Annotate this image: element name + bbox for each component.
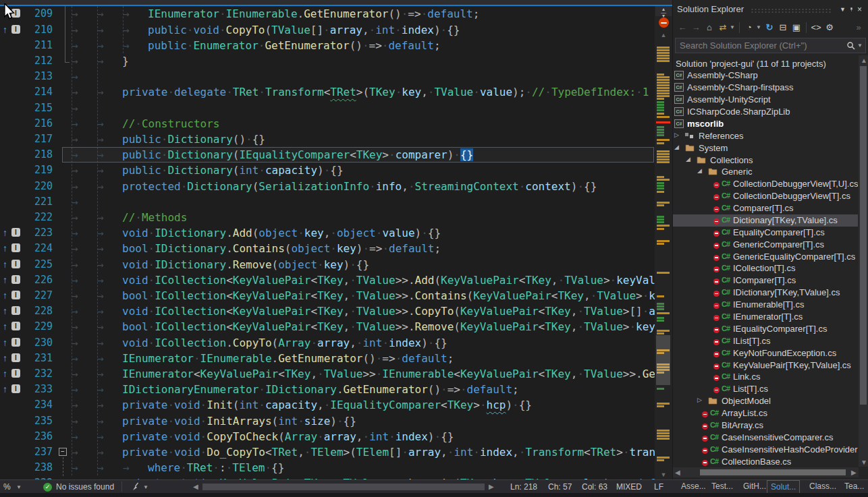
solution-explorer-titlebar[interactable]: Solution Explorer ▼ × — [673, 0, 868, 18]
line-number[interactable]: 221 — [23, 194, 53, 210]
code-line[interactable]: 211→→→public·Enumerator·GetEnumerator()·… — [0, 38, 655, 53]
pin-icon[interactable] — [848, 5, 855, 14]
line-number[interactable]: 210 — [23, 22, 53, 38]
tree-scroll-up[interactable]: ▲ — [861, 57, 867, 64]
navigate-back-icon[interactable]: ← — [676, 22, 689, 32]
tree-item-file[interactable]: C#CollectionDebuggerView[T,U].cs — [673, 178, 858, 190]
pending-changes-filter-dropdown-caret[interactable]: ▼ — [756, 24, 763, 30]
pending-changes-filter-icon[interactable]: ◔ — [742, 22, 756, 32]
properties-icon[interactable]: ⚙ — [823, 22, 836, 32]
search-options-caret[interactable]: ▼ — [857, 42, 865, 49]
tree-item-file[interactable]: C#CollectionDebuggerView[T].cs — [673, 190, 858, 202]
panel-tab-asse[interactable]: Asse... — [678, 480, 709, 494]
code-line[interactable]: 238→→→where·TRet·:·TElem·{} — [0, 460, 655, 475]
refresh-icon[interactable]: ↻ — [763, 22, 776, 32]
line-number[interactable]: 230 — [23, 335, 53, 351]
implements-interface-icon[interactable]: ↑I — [3, 290, 23, 301]
line-number[interactable]: 236 — [23, 429, 53, 444]
tree-scroll-down[interactable]: ▼ — [861, 459, 867, 466]
code-line[interactable]: 217→→public·Dictionary()·{} — [0, 131, 655, 147]
code-line[interactable]: 213→ — [0, 69, 655, 84]
sync-with-active-document-icon[interactable]: ⇄ — [716, 22, 730, 32]
tree-vertical-scrollbar[interactable]: ▲ ▼ — [859, 55, 868, 467]
tree-item-file[interactable]: C#GenericEqualityComparer[T].cs — [673, 251, 858, 263]
line-number[interactable]: 229 — [23, 319, 53, 334]
line-number[interactable]: 228 — [23, 303, 53, 319]
tree-item-file[interactable]: C#IDictionary[TKey,TValue].cs — [673, 287, 858, 299]
scroll-up-arrow[interactable]: ▲ — [655, 32, 672, 38]
tree-scroll-left[interactable]: ◀ — [675, 469, 680, 476]
panel-tab-solut[interactable]: Solut... — [767, 480, 800, 494]
collapse-all-icon[interactable]: ⊟ — [776, 22, 790, 32]
cleanup-dropdown-caret[interactable]: ▼ — [143, 484, 148, 490]
implements-interface-icon[interactable]: ↑I — [3, 305, 23, 316]
show-all-files-icon[interactable]: ▣ — [790, 22, 803, 32]
code-line[interactable]: ↑I224→→bool·IDictionary.Contains(object·… — [0, 241, 655, 256]
code-line[interactable]: 215→ — [0, 100, 655, 116]
collapse-arrow-icon[interactable]: ◢ — [674, 144, 679, 150]
tree-item-file[interactable]: C#ArrayList.cs — [673, 407, 858, 419]
code-line[interactable]: 220→→protected·Dictionary(SerializationI… — [0, 179, 655, 194]
tree-item-file[interactable]: C#Dictionary[TKey,TValue].cs — [673, 214, 858, 227]
implements-interface-icon[interactable]: ↑I — [3, 243, 23, 254]
tree-item-file[interactable]: C#IEqualityComparer[T].cs — [673, 323, 858, 335]
code-line[interactable]: 236→→private·void·CopyToCheck(Array·arra… — [0, 429, 655, 444]
line-number[interactable]: 237 — [23, 444, 53, 460]
window-position-icon[interactable]: ▼ — [838, 6, 848, 13]
line-ending-indicator[interactable]: LF — [654, 482, 663, 492]
tree-item-file[interactable]: C#CollectionBase.cs — [673, 456, 858, 467]
tree-item-file[interactable]: C#IComparer[T].cs — [673, 274, 858, 287]
tree-item-folder[interactable]: ◢Collections — [673, 154, 858, 167]
scroll-down-arrow[interactable]: ▼ — [655, 471, 672, 478]
tree-item-folder[interactable]: ◢Generic — [673, 166, 858, 178]
navigate-forward-icon[interactable]: → — [689, 22, 703, 32]
code-line[interactable]: ↑I209→→→IEnumerator·IEnumerable.GetEnume… — [0, 6, 655, 22]
tree-item-file[interactable]: C#Comparer[T].cs — [673, 202, 858, 214]
implements-interface-icon[interactable]: ↑I — [3, 227, 23, 238]
expand-arrow-icon[interactable]: ▷ — [697, 397, 702, 403]
tree-item-file[interactable]: C#KeyNotFoundException.cs — [673, 347, 858, 359]
code-line[interactable]: ↑I231→→IEnumerator·IEnumerable.GetEnumer… — [0, 351, 655, 366]
issues-label[interactable]: No issues found — [56, 482, 114, 492]
home-icon[interactable]: ⌂ — [703, 22, 716, 32]
tree-item-file[interactable]: C#ICollection[T].cs — [673, 262, 858, 274]
overflow-icon[interactable]: » — [852, 22, 865, 32]
line-indicator[interactable]: Ln: 218 — [510, 482, 537, 492]
code-line[interactable]: 214→→private·delegate·TRet·Transform<TRe… — [0, 84, 655, 100]
code-editor[interactable]: ↑I209→→→IEnumerator·IEnumerable.GetEnume… — [0, 0, 672, 479]
line-number[interactable]: 226 — [23, 272, 53, 288]
close-icon[interactable]: × — [855, 5, 864, 14]
line-number[interactable]: 235 — [23, 413, 53, 429]
tree-horizontal-scrollbar[interactable]: ◀ ▶ — [673, 467, 859, 477]
tree-item-project[interactable]: C#Assembly-UnityScript — [673, 94, 858, 106]
code-line[interactable]: ↑I233→→IDictionaryEnumerator·IDictionary… — [0, 382, 655, 397]
solution-tree[interactable]: Solution 'project-gui' (11 of 11 project… — [673, 55, 858, 467]
code-line[interactable]: ↑I225→→void·IDictionary.Remove(object·ke… — [0, 257, 655, 272]
code-line[interactable]: 216→→//·Constructors — [0, 116, 655, 131]
tree-vscroll-thumb[interactable] — [860, 66, 867, 405]
tree-item-file[interactable]: C#Link.cs — [673, 371, 858, 383]
implements-interface-icon[interactable]: ↑I — [3, 384, 23, 394]
view-code-icon[interactable]: <> — [809, 22, 823, 32]
char-indicator[interactable]: Ch: 57 — [548, 482, 572, 492]
code-line[interactable]: 222→→//·Methods — [0, 210, 655, 225]
tree-scroll-right[interactable]: ▶ — [851, 469, 857, 476]
panel-tab-tea[interactable]: Tea... — [841, 480, 867, 494]
line-number[interactable]: 219 — [23, 163, 53, 178]
code-line[interactable]: ↑I210→→→public·void·CopyTo(TValue[]·arra… — [0, 22, 655, 38]
tree-item-file[interactable]: C#List[T].cs — [673, 383, 858, 395]
tree-hscroll-thumb[interactable] — [700, 469, 846, 475]
line-number[interactable]: 212 — [23, 53, 53, 69]
search-box[interactable]: Search Solution Explorer (Ctrl+") ▼ — [675, 38, 866, 53]
code-line[interactable]: ↑I230→→void·ICollection.CopyTo(Array·arr… — [0, 335, 655, 351]
tree-item-project[interactable]: C#Assembly-CSharp — [673, 69, 858, 82]
line-number[interactable]: 227 — [23, 288, 53, 303]
line-number[interactable]: 231 — [23, 351, 53, 366]
tree-item-file[interactable]: C#BitArray.cs — [673, 419, 858, 432]
line-number[interactable]: 232 — [23, 366, 53, 382]
code-line[interactable]: ↑I228→→void·ICollection<KeyValuePair<TKe… — [0, 303, 655, 319]
zoom-control[interactable]: % — [3, 482, 11, 492]
code-line[interactable]: 234→→private·void·Init(int·capacity,·IEq… — [0, 397, 655, 413]
line-number[interactable]: 225 — [23, 257, 53, 272]
tree-item-folder[interactable]: ▷ObjectModel — [673, 395, 858, 407]
